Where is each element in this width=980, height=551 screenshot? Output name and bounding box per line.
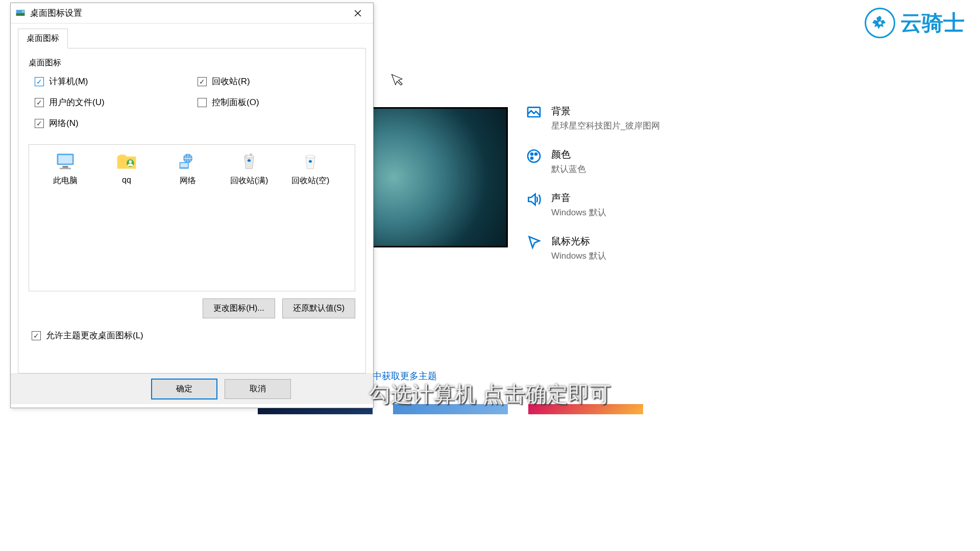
checkbox-label: 计算机(M): [49, 76, 88, 87]
cursor-icon: [526, 235, 542, 251]
close-button[interactable]: [346, 6, 369, 21]
side-title: 声音: [551, 191, 730, 205]
svg-rect-6: [16, 13, 25, 16]
dialog-title: 桌面图标设置: [30, 7, 346, 19]
recycle-full-icon: [237, 151, 261, 171]
side-sub: Windows 默认: [551, 250, 730, 262]
icon-user-folder[interactable]: qq: [99, 151, 155, 185]
side-sub: 默认蓝色: [551, 163, 730, 175]
watermark-text: 云骑士: [900, 9, 965, 37]
cancel-button[interactable]: 取消: [225, 379, 291, 399]
network-icon: [176, 151, 200, 171]
checkbox-recycle-bin[interactable]: ✓ 回收站(R): [198, 76, 355, 87]
checkbox-icon: ✓: [198, 77, 207, 86]
icon-label: 回收站(满): [230, 176, 268, 186]
icon-network[interactable]: 网络: [160, 151, 216, 186]
svg-point-20: [306, 155, 315, 158]
side-title: 颜色: [551, 148, 730, 161]
checkbox-icon: ✓: [32, 331, 41, 340]
palette-icon: [526, 148, 542, 164]
svg-point-4: [531, 157, 533, 159]
recycle-empty-icon: [298, 151, 323, 171]
image-icon: [526, 105, 542, 121]
svg-rect-10: [63, 166, 68, 168]
titlebar[interactable]: 桌面图标设置: [11, 3, 373, 23]
svg-point-7: [22, 11, 23, 12]
folder-user-icon: [114, 151, 139, 171]
icon-preview-box: 此电脑 qq 网络 回: [29, 144, 355, 291]
checkbox-label: 允许主题更改桌面图标(L): [46, 330, 143, 341]
checkbox-icon: [198, 98, 207, 107]
svg-point-19: [250, 153, 253, 156]
sound-icon: [526, 191, 542, 208]
icon-label: qq: [122, 176, 131, 185]
side-item-cursor[interactable]: 鼠标光标 Windows 默认: [526, 235, 730, 262]
checkbox-label: 用户的文件(U): [49, 96, 105, 108]
checkbox-control-panel[interactable]: 控制面板(O): [198, 96, 355, 108]
video-subtitle: 勾选计算机 点击确定即可: [369, 380, 611, 409]
checkbox-label: 网络(N): [49, 117, 79, 129]
svg-point-18: [245, 154, 248, 157]
checkbox-icon: ✓: [35, 77, 44, 86]
icon-recycle-empty[interactable]: 回收站(空): [282, 151, 338, 186]
svg-point-2: [531, 153, 533, 155]
checkbox-icon: ✓: [35, 119, 44, 128]
icon-label: 网络: [180, 176, 196, 186]
tab-desktop-icons[interactable]: 桌面图标: [18, 29, 68, 48]
side-title: 鼠标光标: [551, 235, 730, 248]
side-title: 背景: [551, 105, 730, 118]
side-item-color[interactable]: 颜色 默认蓝色: [526, 148, 730, 175]
side-sub: 星球星空科技图片_彼岸图网: [551, 120, 730, 132]
icon-label: 此电脑: [53, 176, 78, 186]
side-item-sound[interactable]: 声音 Windows 默认: [526, 191, 730, 218]
mouse-cursor: [390, 70, 407, 91]
ok-button[interactable]: 确定: [151, 379, 217, 399]
knight-icon: [865, 8, 895, 38]
svg-point-3: [535, 153, 537, 155]
dialog-footer: 确定 取消: [11, 373, 373, 404]
svg-rect-9: [58, 155, 72, 164]
checkbox-allow-theme[interactable]: ✓ 允许主题更改桌面图标(L): [32, 330, 355, 341]
personalization-side-list: 背景 星球星空科技图片_彼岸图网 颜色 默认蓝色 声音 Windows 默认 鼠…: [526, 105, 730, 278]
svg-point-1: [528, 150, 540, 162]
checkbox-computer[interactable]: ✓ 计算机(M): [35, 76, 192, 87]
computer-icon: [53, 151, 78, 171]
app-icon: [15, 8, 26, 19]
checkbox-user-files[interactable]: ✓ 用户的文件(U): [35, 96, 192, 108]
side-sub: Windows 默认: [551, 207, 730, 218]
icon-this-pc[interactable]: 此电脑: [37, 151, 93, 186]
checkbox-label: 控制面板(O): [212, 96, 259, 108]
svg-rect-16: [180, 163, 188, 167]
checkbox-label: 回收站(R): [212, 76, 250, 87]
change-icon-button[interactable]: 更改图标(H)...: [203, 298, 275, 318]
tab-content: 桌面图标 ✓ 计算机(M) ✓ 回收站(R) ✓ 用户的文件(U) 控制面板(O…: [18, 48, 366, 373]
checkbox-icon: ✓: [35, 98, 44, 107]
svg-rect-11: [60, 168, 71, 169]
side-item-background[interactable]: 背景 星球星空科技图片_彼岸图网: [526, 105, 730, 132]
desktop-icon-settings-dialog: 桌面图标设置 桌面图标 桌面图标 ✓ 计算机(M) ✓ 回收站(R) ✓ 用户的…: [10, 3, 374, 408]
watermark-logo: 云骑士: [865, 8, 965, 38]
icon-label: 回收站(空): [291, 176, 330, 186]
checkbox-network[interactable]: ✓ 网络(N): [35, 117, 192, 129]
svg-point-21: [878, 21, 881, 24]
icon-recycle-full[interactable]: 回收站(满): [221, 151, 277, 186]
svg-point-13: [129, 160, 132, 163]
restore-defaults-button[interactable]: 还原默认值(S): [282, 298, 355, 318]
fieldset-label: 桌面图标: [29, 58, 355, 68]
